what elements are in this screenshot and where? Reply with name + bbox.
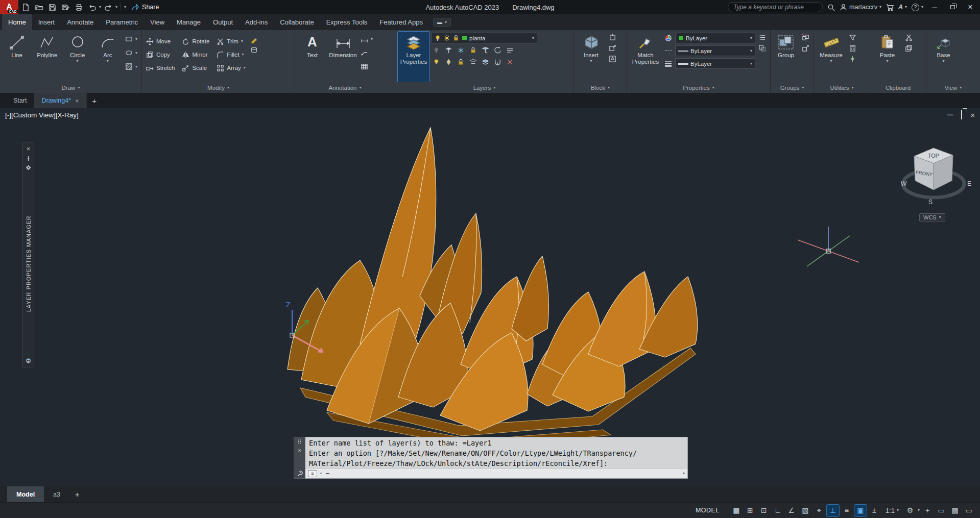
model-space-indicator[interactable]: MODEL: [696, 507, 720, 514]
undo-button[interactable]: [86, 1, 98, 13]
command-history[interactable]: Enter name list of layer(s) to thaw: =La…: [305, 437, 688, 479]
linetype-combo[interactable]: ByLayer ▾: [675, 45, 755, 56]
move-button[interactable]: Move: [145, 35, 176, 48]
layer-lock-button[interactable]: [468, 45, 479, 55]
rectangle-button[interactable]: ▾: [124, 33, 139, 45]
ungroup-button[interactable]: [800, 33, 811, 42]
tab-output[interactable]: Output: [207, 14, 239, 30]
line-button[interactable]: Line: [3, 32, 31, 82]
object-snap-toggle[interactable]: ⊥: [827, 505, 839, 516]
plot-button[interactable]: [73, 1, 85, 13]
tab-insert[interactable]: Insert: [32, 14, 61, 30]
arc-button[interactable]: Arc ▾: [93, 32, 122, 82]
viewcube-east[interactable]: E: [967, 180, 971, 187]
array-button[interactable]: Array▾: [215, 62, 247, 75]
paste-button[interactable]: Paste ▾: [873, 32, 902, 82]
edit-block-button[interactable]: [607, 43, 618, 53]
table-button[interactable]: [359, 60, 374, 73]
panel-label-layers[interactable]: Layers▾: [395, 82, 573, 93]
layer-isolate-button[interactable]: [443, 45, 454, 55]
tab-collaborate[interactable]: Collaborate: [274, 14, 320, 30]
block-attributes-button[interactable]: [607, 54, 618, 64]
viewport-restore-button[interactable]: [961, 110, 962, 119]
viewcube-west[interactable]: W: [901, 180, 907, 187]
layer-freeze-button[interactable]: [456, 45, 466, 55]
layer-merge-button[interactable]: [492, 57, 503, 67]
tab-manage[interactable]: Manage: [171, 14, 207, 30]
infer-constraints-toggle[interactable]: ⊡: [758, 505, 770, 516]
share-button[interactable]: Share: [131, 4, 159, 11]
tab-parametric[interactable]: Parametric: [100, 14, 144, 30]
search-button[interactable]: [827, 4, 835, 11]
restore-button[interactable]: [946, 1, 959, 13]
panel-label-clipboard[interactable]: Clipboard: [870, 82, 926, 93]
text-button[interactable]: A Text: [298, 32, 327, 82]
erase-button[interactable]: [249, 35, 259, 44]
ortho-mode-toggle[interactable]: ∟: [772, 505, 784, 516]
viewcube-top-face[interactable]: TOP: [928, 153, 939, 159]
tab-featured-apps[interactable]: Featured Apps: [373, 14, 429, 30]
redo-dropdown-icon[interactable]: ▾: [115, 5, 117, 9]
tab-express-tools[interactable]: Express Tools: [320, 14, 374, 30]
undo-dropdown-icon[interactable]: ▾: [99, 5, 101, 9]
panel-label-view[interactable]: View▾: [926, 82, 980, 93]
grid-display-toggle[interactable]: ▦: [730, 505, 743, 516]
panel-label-properties[interactable]: Properties▾: [627, 82, 770, 93]
close-button[interactable]: ×: [964, 1, 977, 13]
cut-button[interactable]: [903, 33, 914, 42]
linear-dimension-button[interactable]: ▾: [359, 33, 374, 45]
polyline-button[interactable]: Polyline: [33, 32, 61, 82]
viewport-controls[interactable]: [-][Custom View][X-Ray]: [5, 111, 79, 119]
new-drawing-tab-button[interactable]: +: [87, 93, 102, 108]
clean-screen-toggle[interactable]: ▭: [963, 505, 975, 516]
dynamic-input-toggle[interactable]: ±: [868, 505, 880, 516]
file-tab-start[interactable]: Start: [6, 93, 34, 108]
close-tab-icon[interactable]: ×: [75, 97, 79, 105]
rotate-button[interactable]: Rotate: [180, 35, 211, 48]
save-button[interactable]: [46, 1, 58, 13]
lineweight-display-toggle[interactable]: ≡: [841, 505, 853, 516]
measure-button[interactable]: Measure ▾: [817, 32, 846, 82]
command-input[interactable]: ≡ ▾ ▴: [305, 468, 687, 478]
palette-close-button[interactable]: ×: [25, 144, 32, 154]
drawing-viewport[interactable]: [-][Custom View][X-Ray] ─ ×: [0, 108, 980, 486]
chevron-down-icon[interactable]: ▾: [320, 472, 322, 476]
selection-cycling-toggle[interactable]: ▣: [854, 505, 867, 516]
lineweight-combo[interactable]: ByLayer ▾: [675, 58, 755, 69]
stretch-button[interactable]: Stretch: [145, 62, 176, 75]
layer-unisolate-button[interactable]: [468, 57, 479, 67]
properties-list-button[interactable]: [757, 33, 768, 42]
qat-customize-icon[interactable]: ▾: [124, 5, 126, 9]
app-store-button[interactable]: A ▾: [898, 4, 907, 11]
layer-delete-button[interactable]: [505, 57, 515, 67]
polar-tracking-toggle[interactable]: ∠: [785, 505, 798, 516]
cart-button[interactable]: [886, 4, 894, 11]
mirror-button[interactable]: Mirror: [180, 48, 211, 61]
command-close-button[interactable]: ×: [298, 446, 301, 454]
new-file-button[interactable]: [19, 1, 32, 13]
object-color-combo[interactable]: ByLayer ▾: [675, 33, 755, 43]
tab-model[interactable]: Model: [7, 486, 44, 502]
tab-annotate[interactable]: Annotate: [61, 14, 100, 30]
panel-label-draw[interactable]: Draw▾: [0, 82, 141, 93]
base-button[interactable]: Base ▾: [929, 32, 958, 82]
command-grip-handle[interactable]: ⠿: [297, 438, 301, 446]
save-as-button[interactable]: [59, 1, 71, 13]
help-button[interactable]: ? ▾: [912, 4, 923, 11]
layer-properties-button[interactable]: Layer Properties: [398, 32, 429, 82]
layer-off-button[interactable]: [431, 45, 442, 55]
dimension-button[interactable]: Dimension: [328, 32, 357, 82]
viewcube-south[interactable]: S: [928, 199, 933, 206]
annotation-scale-button[interactable]: 1:1 ▾: [882, 507, 902, 514]
circle-button[interactable]: Circle ▾: [63, 32, 92, 82]
layer-state-button[interactable]: [480, 57, 491, 67]
tab-a3[interactable]: a3: [44, 486, 69, 502]
panel-label-annotation[interactable]: Annotation▾: [295, 82, 395, 93]
layer-select-combo[interactable]: planta ▾: [431, 33, 537, 43]
ribbon-display-toggle[interactable]: ▬▾: [433, 18, 451, 27]
quick-select-button[interactable]: [847, 33, 858, 42]
group-button[interactable]: Group: [773, 32, 799, 82]
layer-walk-button[interactable]: [505, 45, 515, 55]
match-properties-button[interactable]: Match Properties: [630, 32, 661, 82]
workspace-settings-button[interactable]: ⚙: [904, 505, 916, 516]
